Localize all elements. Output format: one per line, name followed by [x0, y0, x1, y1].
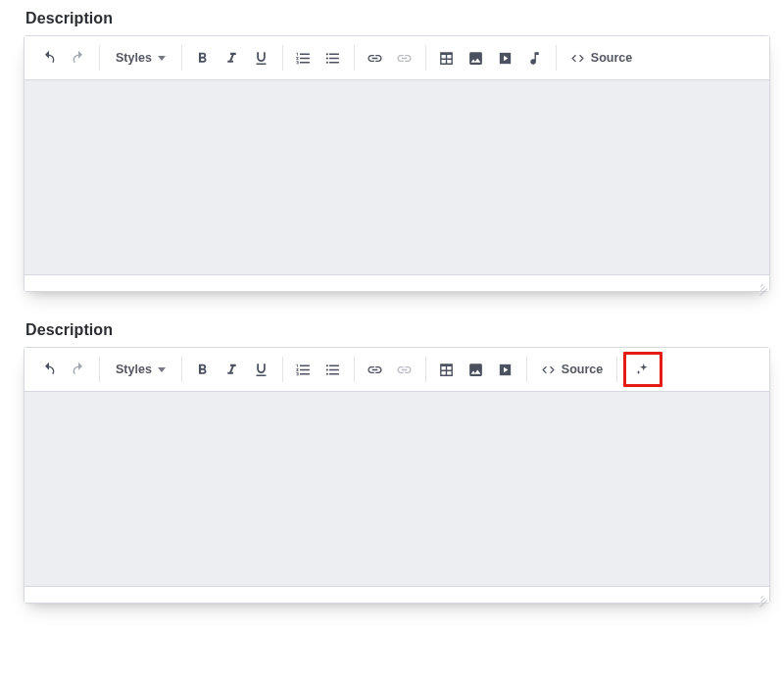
redo-icon: [71, 362, 86, 377]
editor-footer: [24, 274, 769, 291]
editor-footer: [24, 586, 769, 603]
unlink-button[interactable]: [390, 43, 419, 73]
editor-content[interactable]: [24, 80, 769, 274]
source-label: Source: [591, 51, 632, 65]
numbered-list-button[interactable]: [289, 355, 318, 384]
link-icon: [367, 50, 383, 67]
undo-icon: [41, 362, 57, 377]
chevron-down-icon: [158, 56, 166, 61]
video-icon: [497, 362, 514, 378]
image-button[interactable]: [462, 43, 491, 73]
numbered-list-button[interactable]: [289, 43, 318, 73]
source-button[interactable]: Source: [563, 43, 640, 73]
redo-icon: [71, 50, 86, 66]
richtext-editor: Styles: [24, 35, 770, 292]
undo-button[interactable]: [34, 43, 64, 73]
chevron-down-icon: [158, 367, 166, 372]
bullet-list-icon: [324, 50, 341, 67]
undo-icon: [41, 50, 57, 66]
table-button[interactable]: [432, 355, 462, 384]
image-icon: [467, 50, 484, 67]
audio-icon: [526, 50, 543, 67]
image-icon: [467, 362, 484, 378]
richtext-editor: Styles: [24, 347, 770, 604]
styles-label: Styles: [116, 51, 152, 65]
source-button[interactable]: Source: [533, 355, 611, 384]
unlink-icon: [396, 50, 413, 67]
bold-icon: [194, 50, 211, 67]
bullet-list-button[interactable]: [318, 43, 348, 73]
video-button[interactable]: [491, 355, 520, 384]
image-button[interactable]: [462, 355, 491, 384]
underline-button[interactable]: [247, 43, 276, 73]
bold-button[interactable]: [188, 43, 218, 73]
link-icon: [367, 362, 383, 378]
bullet-list-button[interactable]: [318, 355, 348, 384]
table-icon: [438, 362, 455, 378]
italic-icon: [223, 50, 240, 67]
code-icon: [541, 363, 556, 377]
source-label: Source: [562, 363, 603, 376]
redo-button[interactable]: [64, 355, 93, 384]
table-icon: [438, 50, 455, 67]
sparkle-icon: [634, 361, 652, 378]
field-label: Description: [25, 10, 770, 27]
audio-button[interactable]: [520, 43, 550, 73]
link-button[interactable]: [361, 355, 390, 384]
bold-button[interactable]: [188, 355, 218, 384]
styles-label: Styles: [116, 363, 152, 376]
redo-button[interactable]: [64, 43, 93, 73]
highlighted-button: [623, 352, 662, 387]
italic-icon: [223, 362, 240, 378]
resize-handle[interactable]: [759, 280, 767, 289]
italic-button[interactable]: [218, 43, 247, 73]
editor-toolbar: Styles: [24, 36, 769, 80]
description-editor-1: Description Styles: [24, 10, 770, 292]
field-label: Description: [25, 321, 770, 339]
undo-button[interactable]: [34, 355, 64, 384]
description-editor-2: Description Styles: [24, 321, 770, 604]
bold-icon: [194, 362, 211, 378]
code-icon: [570, 51, 585, 66]
editor-content[interactable]: [24, 392, 769, 586]
styles-dropdown[interactable]: Styles: [106, 43, 175, 73]
italic-button[interactable]: [218, 355, 247, 384]
numbered-list-icon: [295, 362, 312, 378]
styles-dropdown[interactable]: Styles: [106, 355, 175, 384]
unlink-button[interactable]: [390, 355, 419, 384]
underline-button[interactable]: [247, 355, 276, 384]
video-icon: [497, 50, 514, 67]
editor-toolbar: Styles: [24, 348, 769, 392]
underline-icon: [253, 362, 270, 378]
link-button[interactable]: [361, 43, 390, 73]
underline-icon: [253, 50, 270, 67]
numbered-list-icon: [295, 50, 312, 67]
table-button[interactable]: [432, 43, 462, 73]
bullet-list-icon: [324, 362, 341, 378]
video-button[interactable]: [491, 43, 520, 73]
resize-handle[interactable]: [759, 592, 767, 601]
ai-sparkle-button[interactable]: [627, 356, 659, 383]
unlink-icon: [396, 362, 413, 378]
